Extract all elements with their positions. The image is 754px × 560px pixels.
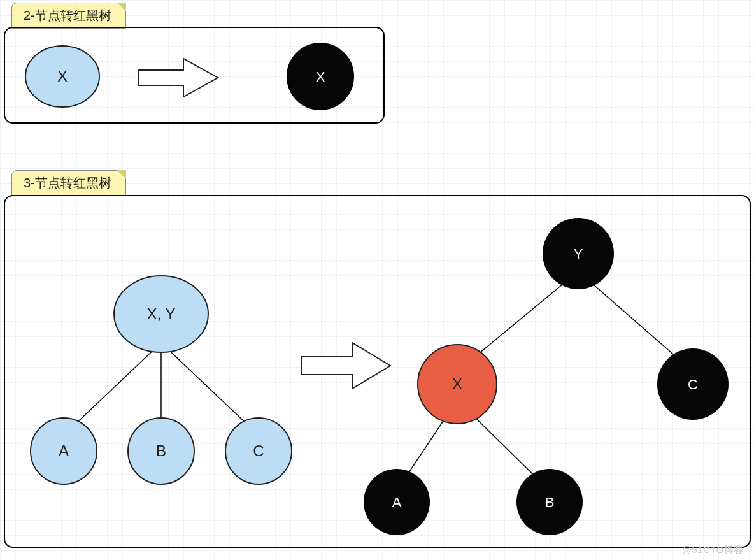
before-node-2-label: X [57,68,68,85]
node-b-right-label: B [545,494,555,510]
panel-2-tag-label: 2-节点转红黑树 [24,8,111,22]
node-a-left-label: A [59,442,69,459]
node-y-label: Y [574,246,583,262]
panel-2-svg: X X [5,28,383,122]
node-x-red-label: X [452,375,462,392]
panel-3-box: X, Y A B C Y X C A B [4,195,751,548]
after-node-2-label: X [316,69,325,85]
arrow-icon [301,343,390,389]
node-a-right-label: A [392,494,402,510]
panel-3-tag-label: 3-节点转红黑树 [24,176,111,190]
node-b-left-label: B [156,442,166,459]
panel-3-svg: X, Y A B C Y X C A B [5,196,750,547]
node-xy-label: X, Y [147,305,176,322]
node-c-left-label: C [253,442,264,459]
panel-2-tag: 2-节点转红黑树 [11,3,126,29]
watermark: @51CTO博客 [682,544,744,556]
arrow-icon [139,59,218,97]
panel-3-tag: 3-节点转红黑树 [11,170,126,196]
panel-2-box: X X [4,27,385,124]
node-c-right-label: C [688,377,698,392]
